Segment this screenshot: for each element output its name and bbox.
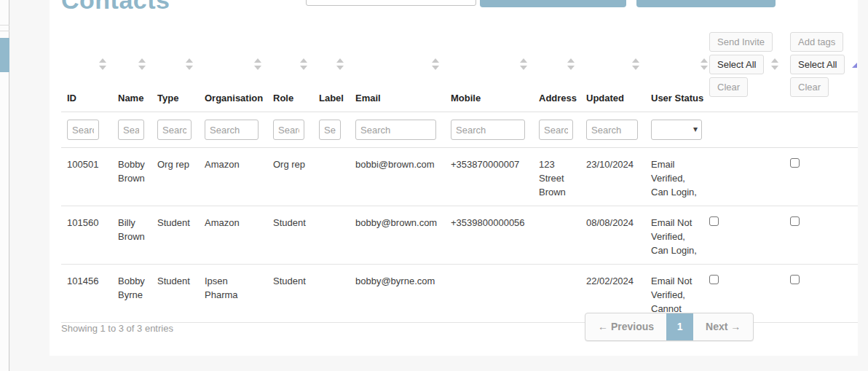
- column-header-name[interactable]: Name: [112, 32, 151, 112]
- cell-label: [313, 206, 350, 265]
- tags-checkbox[interactable]: [790, 158, 800, 168]
- cell-type: Student: [151, 265, 199, 323]
- cell-mobile: +353870000007: [445, 148, 533, 206]
- sort-icon[interactable]: [138, 58, 146, 71]
- cell-mobile: +3539800000056: [445, 206, 533, 265]
- column-header-email[interactable]: Email: [350, 32, 445, 112]
- filter-row: ▾: [61, 112, 858, 148]
- cell-tags-select: [784, 148, 858, 206]
- filter-updated-input[interactable]: [586, 120, 638, 140]
- filter-role-input[interactable]: [273, 120, 304, 140]
- cell-updated: 23/10/2024: [580, 148, 645, 206]
- header-action-button-2[interactable]: [636, 0, 776, 7]
- sort-icon[interactable]: [254, 58, 261, 71]
- cell-role: Student: [267, 265, 313, 323]
- entries-summary: Showing 1 to 3 of 3 entries: [61, 323, 173, 334]
- filter-email-input[interactable]: [355, 120, 436, 140]
- page-title: Contacts: [61, 0, 170, 12]
- filter-address-input[interactable]: [539, 120, 573, 140]
- column-header-id[interactable]: ID: [61, 32, 112, 112]
- cell-role: Student: [267, 206, 313, 265]
- cell-user-status: Email Verified, Can Login,: [645, 148, 703, 206]
- cell-organisation: Amazon: [199, 148, 267, 206]
- column-header-add-tags: Add tags Select All Clear: [784, 32, 858, 112]
- select-all-invite-button[interactable]: Select All: [709, 55, 764, 74]
- next-page-button[interactable]: Next →: [693, 313, 753, 340]
- cell-tags-select: [784, 206, 858, 265]
- sort-icon[interactable]: [632, 58, 639, 71]
- column-header-user-status[interactable]: User Status: [645, 32, 703, 112]
- cell-label: [313, 265, 350, 323]
- sidebar-active-item[interactable]: [0, 38, 9, 72]
- table-row: 101560Billy BrownStudentAmazonStudentbob…: [61, 206, 858, 265]
- contacts-table: ID Name Type Organisation Role: [61, 32, 858, 323]
- pagination: ← Previous 1 Next →: [585, 313, 754, 341]
- filter-label-input[interactable]: [319, 120, 341, 140]
- filter-id-input[interactable]: [67, 120, 99, 140]
- tags-checkbox[interactable]: [790, 275, 800, 284]
- sort-icon[interactable]: [432, 58, 439, 71]
- column-label: User Status: [651, 93, 703, 104]
- column-header-mobile[interactable]: Mobile: [445, 32, 533, 112]
- corner-mark-icon: [852, 63, 857, 68]
- cell-updated: 08/08/2024: [580, 206, 645, 265]
- sort-icon[interactable]: [300, 58, 307, 71]
- cell-label: [313, 148, 350, 206]
- filter-mobile-input[interactable]: [451, 120, 525, 140]
- column-header-updated[interactable]: Updated: [580, 32, 645, 112]
- sort-icon[interactable]: [186, 58, 193, 71]
- cell-name: Billy Brown: [112, 206, 151, 265]
- send-invite-button[interactable]: Send Invite: [709, 32, 773, 52]
- user-status-filter-select[interactable]: [651, 120, 702, 140]
- cell-name: Bobby Brown: [112, 148, 151, 206]
- invite-checkbox[interactable]: [709, 275, 719, 284]
- sidebar-divider: [0, 31, 9, 31]
- column-label: Type: [157, 93, 178, 104]
- cell-email: bobbi@brown.com: [350, 148, 445, 206]
- contacts-page: Contacts ID Name Type: [0, 0, 868, 371]
- cell-id: 101560: [61, 206, 112, 265]
- invite-checkbox[interactable]: [709, 216, 719, 226]
- sidebar-divider: [0, 25, 9, 26]
- clear-invite-button[interactable]: Clear: [709, 77, 748, 97]
- sort-icon[interactable]: [336, 58, 344, 71]
- filter-type-input[interactable]: [157, 120, 192, 140]
- cell-user-status: Email Not Verified, Can Login,: [645, 206, 703, 265]
- filter-organisation-input[interactable]: [205, 120, 259, 140]
- filter-name-input[interactable]: [118, 120, 144, 140]
- cell-invite-select: [703, 206, 784, 265]
- cell-id: 101456: [61, 265, 112, 323]
- select-all-tags-button[interactable]: Select All: [790, 55, 845, 74]
- column-header-organisation[interactable]: Organisation: [199, 32, 267, 112]
- previous-page-button[interactable]: ← Previous: [585, 313, 666, 340]
- cell-organisation: Amazon: [199, 206, 267, 265]
- cell-invite-select: [703, 148, 784, 206]
- column-label: Name: [118, 93, 143, 104]
- column-label: Mobile: [451, 93, 481, 104]
- column-label: Updated: [586, 93, 624, 104]
- cell-mobile: [445, 265, 533, 323]
- global-search-input[interactable]: [306, 0, 476, 6]
- sort-icon[interactable]: [520, 58, 527, 71]
- column-label: Organisation: [205, 93, 263, 104]
- column-header-type[interactable]: Type: [151, 32, 199, 112]
- column-header-send-invite: Send Invite Select All Clear: [703, 32, 784, 112]
- tags-checkbox[interactable]: [790, 216, 800, 226]
- column-header-role[interactable]: Role: [267, 32, 313, 112]
- current-page-button[interactable]: 1: [666, 313, 693, 340]
- sort-icon[interactable]: [567, 58, 575, 71]
- cell-tags-select: [784, 265, 858, 323]
- cell-email: bobby@brown.com: [350, 206, 445, 265]
- clear-tags-button[interactable]: Clear: [790, 77, 829, 97]
- column-header-address[interactable]: Address: [533, 32, 580, 112]
- column-header-label[interactable]: Label: [313, 32, 350, 112]
- header-action-button-1[interactable]: [480, 0, 626, 7]
- add-tags-button[interactable]: Add tags: [790, 32, 843, 52]
- column-label: Address: [539, 93, 577, 104]
- collapsed-sidebar[interactable]: [0, 0, 9, 371]
- cell-name: Bobby Byrne: [112, 265, 151, 323]
- cell-email: bobby@byrne.com: [350, 265, 445, 323]
- cell-address: [533, 206, 580, 265]
- table-row: 100501Bobby BrownOrg repAmazonOrg repbob…: [61, 148, 858, 206]
- sort-icon[interactable]: [99, 58, 106, 71]
